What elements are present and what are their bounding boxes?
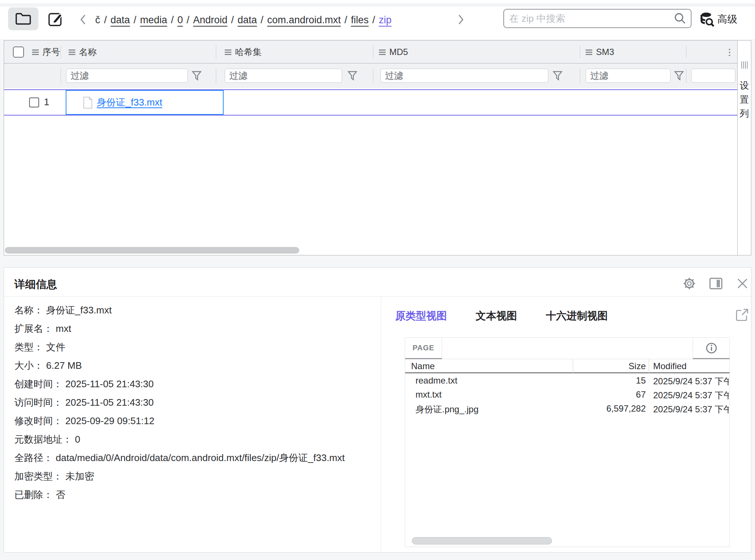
- grip-bars-icon: [741, 61, 748, 69]
- breadcrumb-item-zip-current[interactable]: zip: [379, 14, 392, 26]
- column-divider[interactable]: [373, 46, 373, 58]
- column-menu-icon[interactable]: [69, 49, 75, 55]
- split-panel-icon: [709, 277, 723, 290]
- breadcrumb-item-files[interactable]: files: [351, 14, 369, 26]
- column-header-name[interactable]: 名称: [69, 41, 97, 63]
- column-label: SM3: [596, 47, 614, 57]
- field-size: 大小：6.27 MB: [14, 358, 379, 373]
- table-header-row: 序号 名称 哈希集 MD5: [4, 41, 737, 63]
- filter-input-name[interactable]: 过滤: [66, 69, 188, 83]
- tab-text-view[interactable]: 文本视图: [476, 309, 517, 323]
- breadcrumb-item-data[interactable]: data: [111, 14, 130, 26]
- breadcrumb-separator: /: [167, 14, 177, 26]
- filter-funnel-icon[interactable]: [192, 71, 202, 81]
- toolbar: č / data / media / 0 / Android / data / …: [0, 7, 755, 39]
- detail-split-view-button[interactable]: [709, 276, 723, 291]
- archive-file-size: 15: [575, 375, 646, 386]
- column-header-md5[interactable]: MD5: [379, 41, 408, 63]
- detail-panel-title: 详细信息: [14, 277, 57, 292]
- archive-file-name[interactable]: mxt.txt: [416, 389, 442, 400]
- viewer-info-button[interactable]: [693, 338, 730, 359]
- column-divider[interactable]: [580, 46, 580, 58]
- row-name-cell-selected[interactable]: 身份证_f33.mxt: [66, 90, 224, 115]
- viewer-page-tab[interactable]: PAGE: [405, 338, 442, 359]
- archive-file-modified: 2025/9/24 5:37 下午: [653, 375, 729, 387]
- archive-scrollbar-thumb[interactable]: [412, 537, 552, 544]
- column-header-hashset[interactable]: 哈希集: [225, 41, 262, 63]
- detail-settings-button[interactable]: [682, 276, 696, 291]
- field-name: 名称：身份证_f33.mxt: [14, 303, 379, 317]
- filter-funnel-icon[interactable]: [674, 71, 684, 81]
- archive-row-idcard-jpg[interactable]: 身份证.png_.jpg 6,597,282 2025/9/24 5:37 下午: [405, 401, 730, 415]
- column-menu-icon[interactable]: [586, 49, 592, 55]
- archive-content-viewer: PAGE Name Size Modified readme.txt 15 20…: [405, 337, 730, 547]
- detail-close-button[interactable]: [735, 276, 749, 291]
- tab-original-type-view[interactable]: 原类型视图: [395, 309, 447, 323]
- breadcrumb-separator: /: [100, 14, 111, 26]
- column-divider[interactable]: [61, 46, 61, 58]
- column-menu-icon[interactable]: [225, 49, 231, 55]
- archive-column-size[interactable]: Size: [575, 361, 646, 371]
- search-input[interactable]: [504, 13, 674, 24]
- archive-row-readme[interactable]: readme.txt 15 2025/9/24 5:37 下午: [405, 373, 730, 387]
- filter-input-clipped[interactable]: [691, 69, 735, 83]
- column-settings-strip[interactable]: 设 置 列: [737, 41, 751, 255]
- archive-column-modified[interactable]: Modified: [653, 361, 687, 371]
- breadcrumb-separator: /: [341, 14, 351, 26]
- file-metadata-fields: 名称：身份证_f33.mxt 扩展名：mxt 类型：文件 大小：6.27 MB …: [14, 303, 379, 506]
- breadcrumb-scroll-left-button[interactable]: [78, 13, 88, 26]
- archive-file-name[interactable]: 身份证.png_.jpg: [416, 403, 479, 415]
- column-label: MD5: [389, 47, 408, 57]
- horizontal-scrollbar-thumb[interactable]: [5, 247, 299, 254]
- viewer-tabstrip: [442, 338, 693, 359]
- breadcrumb-item-package[interactable]: com.android.mxt: [267, 14, 341, 26]
- archive-row-mxt[interactable]: mxt.txt 67 2025/9/24 5:37 下午: [405, 387, 730, 401]
- breadcrumb-item-clipped[interactable]: č: [95, 14, 100, 26]
- advanced-search-button[interactable]: 高级: [700, 11, 737, 27]
- filter-funnel-icon[interactable]: [347, 71, 358, 81]
- column-menu-icon[interactable]: [32, 49, 39, 55]
- chevron-left-icon: [79, 14, 87, 25]
- table-row[interactable]: 1 身份证_f33.mxt: [4, 89, 737, 116]
- open-external-button[interactable]: [735, 308, 749, 322]
- column-header-sm3[interactable]: SM3: [586, 41, 614, 63]
- more-columns-icon[interactable]: [729, 49, 730, 56]
- archive-file-name[interactable]: readme.txt: [416, 375, 457, 386]
- breadcrumb-scroll-right-button[interactable]: [456, 13, 466, 26]
- row-checkbox[interactable]: [29, 97, 39, 107]
- search-icon[interactable]: [674, 12, 686, 25]
- breadcrumb-item-data2[interactable]: data: [238, 14, 257, 26]
- filter-funnel-icon[interactable]: [552, 71, 563, 81]
- breadcrumb-separator: /: [130, 14, 140, 26]
- filter-divider: [61, 68, 61, 83]
- field-accessed-time: 访问时间：2025-11-05 21:43:30: [14, 395, 379, 410]
- archive-column-divider: [573, 359, 573, 373]
- field-metadata-address: 元数据地址：0: [14, 432, 379, 447]
- filter-divider: [686, 68, 686, 83]
- detail-panel: 详细信息: [4, 267, 751, 553]
- column-label: 哈希集: [235, 46, 262, 58]
- column-menu-icon[interactable]: [379, 49, 386, 55]
- breadcrumb-item-android[interactable]: Android: [193, 14, 227, 26]
- tab-hex-view[interactable]: 十六进制视图: [546, 309, 608, 323]
- close-icon: [736, 277, 749, 290]
- filter-input-md5[interactable]: 过滤: [380, 69, 548, 83]
- breadcrumb-separator: /: [183, 14, 193, 26]
- edit-icon: [48, 11, 65, 27]
- archive-column-name[interactable]: Name: [411, 361, 435, 371]
- filter-input-hashset[interactable]: 过滤: [225, 69, 342, 83]
- filter-input-sm3[interactable]: 过滤: [586, 69, 670, 83]
- file-name-link[interactable]: 身份证_f33.mxt: [97, 96, 162, 109]
- folder-view-button[interactable]: [8, 7, 38, 30]
- archive-table-header: Name Size Modified: [405, 359, 730, 373]
- breadcrumb-item-0[interactable]: 0: [177, 14, 183, 26]
- select-all-checkbox[interactable]: [13, 47, 24, 58]
- breadcrumb: č / data / media / 0 / Android / data / …: [95, 12, 451, 28]
- column-divider[interactable]: [216, 46, 216, 58]
- edit-button[interactable]: [46, 10, 66, 28]
- filter-divider: [216, 68, 216, 83]
- column-header-index[interactable]: 序号: [32, 41, 60, 63]
- column-divider[interactable]: [686, 46, 686, 58]
- breadcrumb-item-media[interactable]: media: [140, 14, 168, 26]
- archive-file-modified: 2025/9/24 5:37 下午: [653, 389, 729, 401]
